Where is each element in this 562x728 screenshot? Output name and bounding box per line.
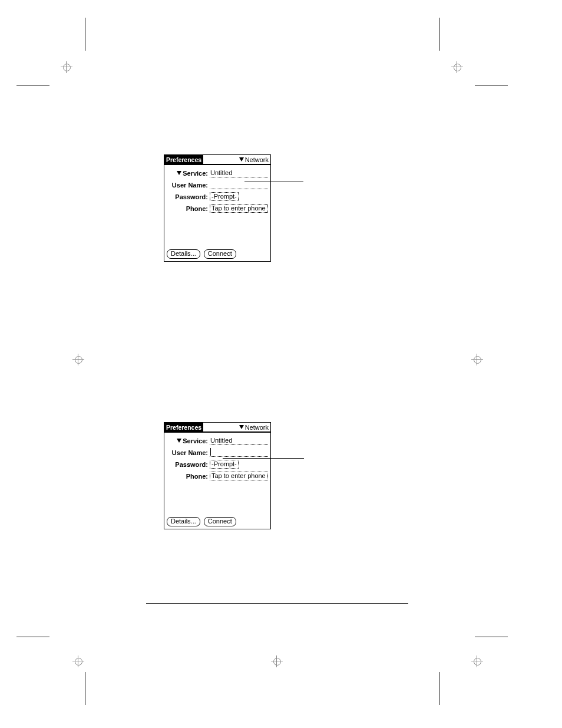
crop-mark bbox=[16, 637, 49, 637]
category-label: Network bbox=[245, 424, 269, 431]
phone-field[interactable]: Tap to enter phone bbox=[210, 472, 268, 480]
phone-row: Phone: Tap to enter phone bbox=[167, 204, 268, 213]
password-label: Password: bbox=[167, 193, 210, 200]
text-cursor bbox=[210, 448, 211, 456]
dropdown-icon bbox=[177, 171, 181, 175]
callout-line bbox=[223, 458, 304, 459]
dropdown-icon bbox=[239, 425, 244, 429]
password-field[interactable]: -Prompt- bbox=[210, 192, 239, 201]
page-footer-rule bbox=[146, 603, 408, 604]
registration-mark bbox=[72, 655, 84, 667]
service-label-text: Service: bbox=[183, 170, 208, 177]
service-selector[interactable]: Service: bbox=[167, 437, 210, 444]
service-value[interactable]: Untitled bbox=[210, 437, 268, 445]
preferences-panel: Preferences Network Service: Untitled Us… bbox=[164, 422, 271, 529]
crop-mark bbox=[475, 85, 508, 85]
password-row: Password: -Prompt- bbox=[167, 460, 268, 469]
form-area: Service: Untitled User Name: Password: -… bbox=[164, 165, 270, 213]
service-label-text: Service: bbox=[183, 437, 208, 444]
title-bar: Preferences Network bbox=[164, 155, 270, 165]
username-label: User Name: bbox=[167, 449, 210, 456]
registration-mark bbox=[451, 61, 463, 73]
button-row: Details... Connect bbox=[167, 517, 236, 526]
title-bar: Preferences Network bbox=[164, 423, 270, 433]
phone-label: Phone: bbox=[167, 473, 210, 480]
service-selector[interactable]: Service: bbox=[167, 170, 210, 177]
details-button[interactable]: Details... bbox=[167, 249, 200, 259]
username-field[interactable] bbox=[210, 449, 268, 457]
app-title: Preferences bbox=[164, 155, 203, 164]
callout-line bbox=[244, 182, 303, 182]
password-label: Password: bbox=[167, 461, 210, 468]
category-label: Network bbox=[245, 156, 269, 163]
registration-mark bbox=[471, 354, 483, 365]
button-row: Details... Connect bbox=[167, 249, 236, 259]
service-value[interactable]: Untitled bbox=[210, 169, 268, 177]
dropdown-icon bbox=[177, 439, 181, 443]
password-row: Password: -Prompt- bbox=[167, 192, 268, 201]
dropdown-icon bbox=[239, 157, 244, 162]
category-selector[interactable]: Network bbox=[239, 423, 270, 431]
crop-mark bbox=[85, 18, 85, 51]
service-row: Service: Untitled bbox=[167, 436, 268, 445]
preferences-panel: Preferences Network Service: Untitled Us… bbox=[164, 154, 271, 262]
form-area: Service: Untitled User Name: Password: -… bbox=[164, 433, 270, 480]
phone-field[interactable]: Tap to enter phone bbox=[210, 204, 268, 213]
crop-mark bbox=[85, 672, 85, 705]
username-label: User Name: bbox=[167, 182, 210, 189]
connect-button[interactable]: Connect bbox=[204, 249, 236, 259]
crop-mark bbox=[475, 637, 508, 637]
connect-button[interactable]: Connect bbox=[204, 517, 236, 526]
category-selector[interactable]: Network bbox=[239, 155, 270, 164]
phone-row: Phone: Tap to enter phone bbox=[167, 472, 268, 480]
app-title: Preferences bbox=[164, 423, 203, 431]
crop-mark bbox=[16, 85, 49, 85]
details-button[interactable]: Details... bbox=[167, 517, 200, 526]
crop-mark bbox=[439, 18, 439, 51]
phone-label: Phone: bbox=[167, 205, 210, 212]
registration-mark bbox=[61, 61, 72, 73]
registration-mark bbox=[471, 655, 483, 667]
password-field[interactable]: -Prompt- bbox=[210, 460, 239, 469]
service-row: Service: Untitled bbox=[167, 169, 268, 177]
registration-mark bbox=[72, 354, 84, 365]
username-row: User Name: bbox=[167, 448, 268, 457]
crop-mark bbox=[439, 672, 439, 705]
registration-mark bbox=[271, 655, 283, 667]
